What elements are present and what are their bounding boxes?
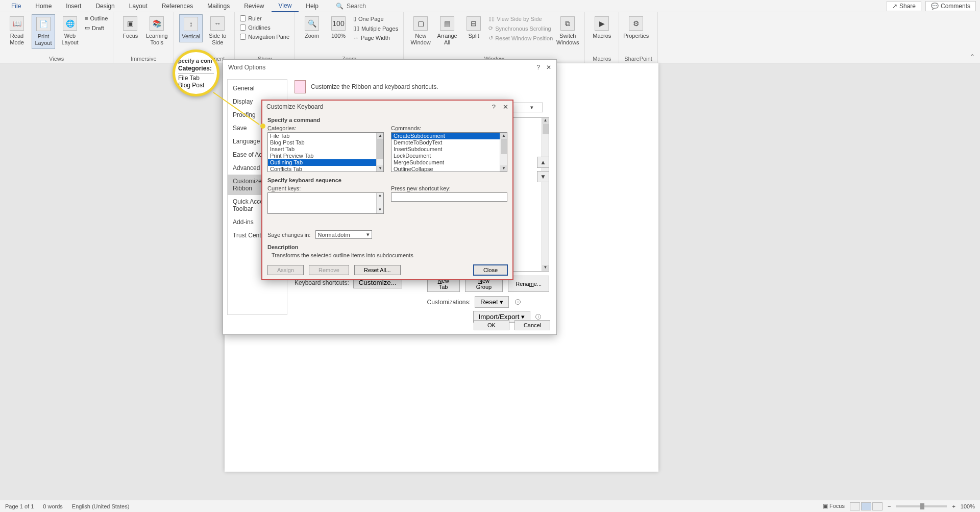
current-keys-list[interactable]: ▲ ▼ (267, 192, 384, 214)
zoom-out-icon[interactable]: − (888, 503, 891, 509)
comments-icon: 💬 (931, 3, 939, 10)
commands-list[interactable]: CreateSubdocument DemoteToBodyText Inser… (391, 132, 507, 172)
ok-button[interactable]: OK (474, 320, 509, 330)
scroll-up-icon[interactable]: ▲ (542, 118, 549, 124)
cat-insert[interactable]: Insert Tab (268, 146, 383, 153)
ruler-checkbox[interactable]: Ruler (240, 14, 289, 22)
cmd-merge[interactable]: MergeSubdocument (391, 159, 507, 166)
print-layout-button[interactable]: 📄Print Layout (32, 14, 55, 49)
gridlines-checkbox[interactable]: Gridlines (240, 23, 289, 32)
learning-tools-button[interactable]: 📚Learning Tools (145, 14, 168, 48)
web-layout-button[interactable]: 🌐Web Layout (58, 14, 82, 48)
properties-button[interactable]: ⚙Properties (624, 14, 648, 41)
status-words[interactable]: 0 words (43, 503, 63, 509)
ck-close-icon[interactable]: ✕ (503, 103, 508, 111)
word-options-close-icon[interactable]: ✕ (546, 64, 551, 71)
view-read-icon[interactable] (850, 502, 860, 510)
move-down-button[interactable]: ▼ (537, 171, 549, 182)
cat-print-preview[interactable]: Print Preview Tab (268, 153, 383, 159)
share-button[interactable]: ↗Share (887, 1, 921, 11)
side-by-side-icon: ▯▯ (488, 15, 495, 22)
current-keys-label: Current keys: (267, 185, 384, 191)
one-page-icon: ▯ (353, 15, 356, 22)
wo-item-general[interactable]: General (228, 82, 287, 95)
search-box[interactable]: 🔍 Search (326, 3, 366, 10)
tab-design[interactable]: Design (88, 1, 121, 12)
info-icon[interactable]: i (535, 314, 541, 320)
info-icon[interactable]: i (515, 299, 521, 305)
scroll-down-icon[interactable]: ▼ (542, 265, 549, 271)
learning-icon: 📚 (150, 16, 164, 31)
word-options-help-icon[interactable]: ? (536, 64, 540, 71)
categories-list[interactable]: File Tab Blog Post Tab Insert Tab Print … (267, 132, 384, 172)
scroll-up-icon[interactable]: ▲ (377, 193, 383, 199)
scroll-down-icon[interactable]: ▼ (377, 165, 384, 172)
zoom-in-icon[interactable]: + (952, 503, 955, 509)
view-print-icon[interactable] (861, 502, 871, 510)
cmd-insert-sub[interactable]: InsertSubdocument (391, 146, 507, 153)
outline-button[interactable]: ≡Outline (85, 14, 108, 22)
focus-mode-button[interactable]: ▣ Focus (823, 503, 845, 509)
cancel-button[interactable]: Cancel (514, 320, 550, 330)
hundred-icon: 100 (331, 16, 346, 31)
reset-button[interactable]: Reset ▾ (475, 296, 509, 308)
page-width-button[interactable]: ↔Page Width (353, 34, 398, 42)
description-label: Description (267, 244, 507, 250)
cat-file[interactable]: File Tab (268, 133, 383, 139)
tab-layout[interactable]: Layout (122, 1, 155, 12)
focus-button[interactable]: ▣Focus (118, 14, 142, 41)
multi-page-button[interactable]: ▯▯Multiple Pages (353, 24, 398, 33)
tab-help[interactable]: Help (299, 1, 326, 12)
side-to-side-button[interactable]: ↔Side to Side (206, 14, 229, 48)
new-shortcut-input[interactable] (391, 192, 507, 202)
move-up-button[interactable]: ▲ (537, 157, 549, 168)
tab-insert[interactable]: Insert (59, 1, 88, 12)
tab-references[interactable]: References (155, 1, 200, 12)
cat-blog[interactable]: Blog Post Tab (268, 139, 383, 146)
tab-review[interactable]: Review (237, 1, 271, 12)
draft-button[interactable]: ▭Draft (85, 23, 108, 32)
hundred-button[interactable]: 100100% (327, 14, 350, 41)
arrange-all-button[interactable]: ▤Arrange All (435, 14, 459, 48)
status-lang[interactable]: English (United States) (72, 503, 130, 509)
macros-icon: ▶ (595, 16, 609, 31)
save-in-dropdown[interactable]: Normal.dotm▾ (315, 230, 372, 239)
cmd-lock[interactable]: LockDocument (391, 153, 507, 159)
cat-outlining[interactable]: Outlining Tab (268, 159, 383, 166)
status-page[interactable]: Page 1 of 1 (5, 503, 34, 509)
specify-sequence-label: Specify keyboard sequence (267, 177, 507, 183)
zoom-button[interactable]: 🔍Zoom (300, 14, 324, 41)
tab-view[interactable]: View (272, 0, 299, 12)
zoom-slider[interactable] (896, 505, 947, 507)
reset-all-button[interactable]: Reset All... (354, 265, 401, 275)
one-page-button[interactable]: ▯One Page (353, 14, 398, 23)
scroll-up-icon[interactable]: ▲ (500, 133, 507, 139)
switch-windows-button[interactable]: ⧉Switch Windows (556, 14, 579, 48)
wo-header-text: Customize the Ribbon and keyboard shortc… (311, 83, 438, 90)
vertical-button[interactable]: ↕Vertical (179, 14, 203, 42)
tab-file[interactable]: File (4, 1, 28, 12)
draft-icon: ▭ (85, 25, 90, 31)
tab-home[interactable]: Home (28, 1, 59, 12)
zoom-level[interactable]: 100% (961, 503, 975, 509)
rename-button[interactable]: Rename... (508, 276, 549, 292)
cat-conflicts[interactable]: Conflicts Tab (268, 166, 383, 172)
cmd-create-sub[interactable]: CreateSubdocument (391, 133, 507, 139)
scroll-up-icon[interactable]: ▲ (377, 133, 384, 139)
cmd-collapse[interactable]: OutlineCollapse (391, 166, 507, 172)
search-icon: 🔍 (336, 3, 344, 10)
split-button[interactable]: ⊟Split (462, 14, 485, 41)
scroll-down-icon[interactable]: ▼ (500, 165, 507, 172)
ck-help-icon[interactable]: ? (492, 103, 496, 111)
scroll-down-icon[interactable]: ▼ (377, 207, 383, 213)
collapse-ribbon-icon[interactable]: ⌃ (970, 53, 975, 60)
tab-mailings[interactable]: Mailings (200, 1, 237, 12)
new-window-button[interactable]: ▢New Window (409, 14, 432, 48)
read-mode-button[interactable]: 📖Read Mode (5, 14, 29, 48)
macros-button[interactable]: ▶Macros (590, 14, 614, 41)
cmd-demote[interactable]: DemoteToBodyText (391, 139, 507, 146)
nav-pane-checkbox[interactable]: Navigation Pane (240, 33, 289, 41)
view-web-icon[interactable] (872, 502, 883, 510)
comments-button[interactable]: 💬Comments (925, 1, 976, 11)
close-button[interactable]: Close (474, 265, 507, 275)
